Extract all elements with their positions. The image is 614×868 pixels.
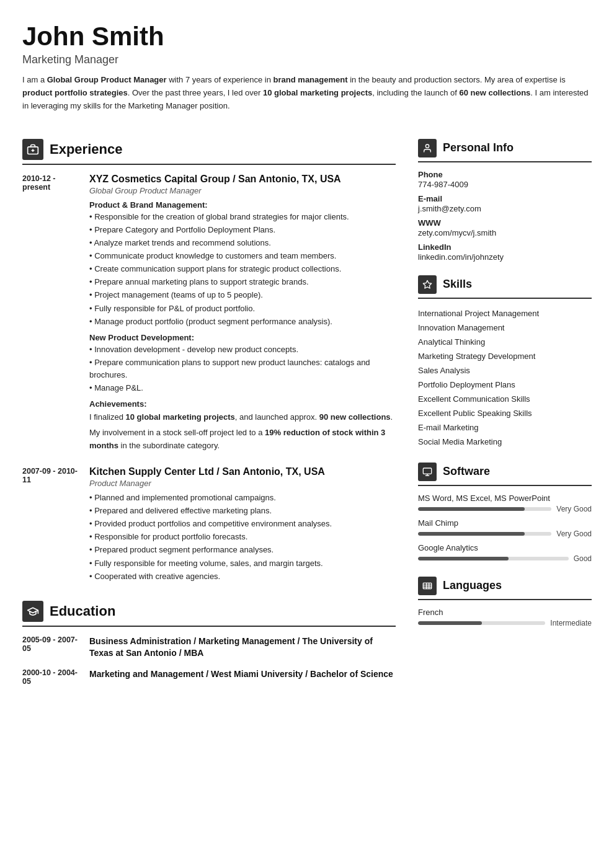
skill-item: Innovation Management [418,321,592,335]
edu-dates: 2000-10 - 2004-05 [22,668,78,686]
skills-section: Skills International Project ManagementI… [418,275,592,449]
exp-bullet: Communicate product knowledge to custome… [89,250,396,262]
svg-rect-5 [423,468,431,474]
education-section-header: Education [22,601,396,627]
exp-bullet: Manage product portfolio (product segmen… [89,316,396,328]
experience-entry: 2007-09 - 2010-11Kitchen Supply Center L… [22,466,396,583]
exp-bullet: Prepare annual marketing plans to suppor… [89,276,396,288]
skill-item: Social Media Marketing [418,435,592,449]
skills-icon [418,275,437,294]
skill-item: International Project Management [418,306,592,321]
exp-bullet: Prepare communication plans to support n… [89,356,396,381]
exp-dates: 2007-09 - 2010-11 [22,466,78,583]
software-bar-wrap: Good [418,554,592,563]
exp-role: Product Manager [89,479,396,488]
edu-content: Business Administration / Marketing Mana… [89,636,396,660]
language-level-label: Intermediate [550,619,592,627]
candidate-name: John Smith [22,22,592,51]
experience-entry: 2010-12 - presentXYZ Cosmetics Capital G… [22,174,396,453]
exp-bullet: Planned and implemented promotional camp… [89,492,396,504]
languages-list: FrenchIntermediate [418,608,592,627]
exp-company: Kitchen Supply Center Ltd / San Antonio,… [89,466,396,477]
experience-icon [22,139,43,160]
software-title: Software [443,465,490,478]
exp-bullet: Cooperated with creative agencies. [89,570,396,583]
education-title: Education [50,603,115,619]
software-bar-fill [418,507,525,511]
skill-item: Analytical Thinking [418,335,592,349]
phone-label: Phone [418,170,592,179]
www-label: WWW [418,218,592,228]
experience-section: Experience 2010-12 - presentXYZ Cosmetic… [22,139,396,583]
skill-item: Portfolio Deployment Plans [418,378,592,392]
languages-icon [418,577,437,595]
languages-header: Languages [418,577,592,600]
exp-bullet: Prepared product segment performance ana… [89,544,396,556]
software-item: MS Word, MS Excel, MS PowerPointVery Goo… [418,494,592,513]
education-entries: 2005-09 - 2007-05Business Administration… [22,636,396,686]
exp-bullet: Fully responsible for P&L of product por… [89,303,396,315]
software-level-label: Very Good [556,529,592,538]
software-level-label: Very Good [556,505,592,513]
software-bar-fill [418,532,525,536]
personal-info-title: Personal Info [443,141,514,154]
skill-item: Marketing Strategy Development [418,349,592,363]
edu-degree: Business Administration / Marketing Mana… [89,636,396,660]
right-column: Personal Info Phone 774-987-4009 E-mail … [418,139,592,703]
exp-bullet: Analyze market trends and recommend solu… [89,237,396,249]
skill-item: Excellent Communication Skills [418,392,592,406]
software-level-label: Good [574,554,592,563]
personal-info-section: Personal Info Phone 774-987-4009 E-mail … [418,139,592,262]
languages-title: Languages [443,579,502,592]
linkedin-value: linkedin.com/in/johnzety [418,252,592,262]
exp-bullet: Project management (teams of up to 5 peo… [89,289,396,301]
software-bar-track [418,557,569,560]
exp-subsection-title: New Product Development: [89,333,396,342]
personal-info-icon [418,139,437,157]
language-bar-fill [418,621,482,625]
software-list: MS Word, MS Excel, MS PowerPointVery Goo… [418,494,592,563]
svg-point-3 [425,144,429,148]
exp-bullet: Prepare Category and Portfolio Deploymen… [89,224,396,236]
exp-bullet: Create communication support plans for s… [89,263,396,275]
languages-section: Languages FrenchIntermediate [418,577,592,627]
edu-content: Marketing and Management / West Miami Un… [89,668,396,686]
software-bar-track [418,532,551,536]
main-columns: Experience 2010-12 - presentXYZ Cosmetic… [22,139,592,703]
language-name: French [418,608,592,617]
edu-degree: Marketing and Management / West Miami Un… [89,668,396,681]
software-item: Mail ChimpVery Good [418,518,592,538]
software-bar-wrap: Very Good [418,529,592,538]
exp-content: XYZ Cosmetics Capital Group / San Antoni… [89,174,396,453]
skills-list: International Project ManagementInnovati… [418,306,592,449]
experience-title: Experience [50,141,122,157]
software-item: Google AnalyticsGood [418,543,592,563]
exp-subsection-title: Achievements: [89,399,396,409]
email-value: j.smith@zety.com [418,204,592,213]
exp-bullet: Fully responsible for meeting volume, sa… [89,557,396,570]
software-icon [418,463,437,481]
skills-header: Skills [418,275,592,299]
summary: I am a Global Group Product Manager with… [22,74,592,112]
header-section: John Smith Marketing Manager I am a Glob… [22,22,592,113]
software-bar-fill [418,557,509,560]
software-name: Google Analytics [418,543,592,552]
left-column: Experience 2010-12 - presentXYZ Cosmetic… [22,139,396,703]
edu-dates: 2005-09 - 2007-05 [22,636,78,660]
exp-dates: 2010-12 - present [22,174,78,453]
exp-subsection-title: Product & Brand Management: [89,200,396,210]
language-bar-track [418,621,545,625]
software-bar-track [418,507,551,511]
software-name: MS Word, MS Excel, MS PowerPoint [418,494,592,503]
exp-content: Kitchen Supply Center Ltd / San Antonio,… [89,466,396,583]
exp-bullet: Innovation development - develop new pro… [89,343,396,356]
exp-bullet: Responsible for product portfolio foreca… [89,531,396,543]
exp-company: XYZ Cosmetics Capital Group / San Antoni… [89,174,396,185]
software-header: Software [418,463,592,486]
exp-role: Global Group Product Manager [89,186,396,195]
exp-bullet: Provided product portfolios and competit… [89,518,396,530]
phone-value: 774-987-4009 [418,180,592,189]
exp-achievement: I finalized 10 global marketing projects… [89,411,396,424]
exp-bullet: Manage P&L. [89,382,396,394]
language-item: FrenchIntermediate [418,608,592,627]
